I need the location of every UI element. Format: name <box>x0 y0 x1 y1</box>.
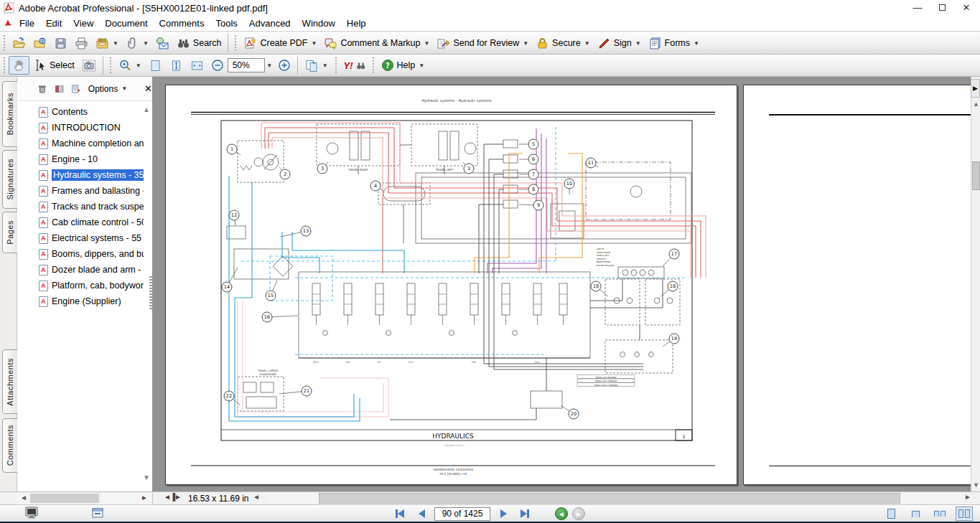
pdf-page-left[interactable]: 12334567891011121314151617181819202122Hy… <box>165 85 737 485</box>
hand-tool-button[interactable] <box>9 56 29 75</box>
fit-width-button[interactable] <box>187 56 207 75</box>
send-review-button[interactable]: Send for Review▼ <box>433 34 532 52</box>
toolbar-grip[interactable] <box>108 57 113 73</box>
zoom-tool-button[interactable]: ▼ <box>115 56 145 75</box>
maximize-button[interactable] <box>930 0 954 14</box>
scroll-left-icon[interactable]: ◄ <box>20 494 27 501</box>
toolbar-grip[interactable] <box>371 57 375 73</box>
minimize-button[interactable]: — <box>905 0 930 14</box>
bookmark-item[interactable]: Machine completion an <box>17 136 144 151</box>
toolbar-grip[interactable] <box>2 57 6 73</box>
bookmarks-close-button[interactable]: ✕ <box>144 83 152 94</box>
toolbar-grip[interactable] <box>334 57 338 73</box>
save-button[interactable] <box>50 34 71 52</box>
vertical-scrollbar[interactable]: ▲ ▼ <box>971 77 980 491</box>
collapse-left-icon[interactable]: ◄ <box>253 493 260 501</box>
secure-button[interactable]: Secure▼ <box>532 34 594 52</box>
menu-view[interactable]: View <box>67 17 99 30</box>
bookmark-item[interactable]: Tracks and track suspe <box>17 199 144 215</box>
close-button[interactable]: ✕ <box>954 0 979 14</box>
snapshot-button[interactable] <box>78 56 100 75</box>
attach-button[interactable]: ▼ <box>122 34 152 52</box>
organizer-button[interactable]: ▼ <box>92 34 122 52</box>
menu-edit[interactable]: Edit <box>40 17 67 30</box>
fit-height-button[interactable] <box>166 56 187 75</box>
bookmarks-scroll-down-icon[interactable]: ▼ <box>143 473 150 481</box>
page-display-button[interactable]: ▼ <box>301 56 332 75</box>
open-button[interactable] <box>9 34 29 52</box>
minimized-window-icon[interactable] <box>90 506 105 519</box>
comment-markup-button[interactable]: Comment & Markup▼ <box>320 34 433 52</box>
tab-signatures[interactable]: Signatures <box>2 150 17 209</box>
menu-window[interactable]: Window <box>297 17 341 30</box>
previous-page-button[interactable] <box>413 506 430 521</box>
reading-mode-monitor-icon[interactable] <box>24 506 39 519</box>
delete-bookmark-trash-icon[interactable] <box>37 83 47 95</box>
menu-help[interactable]: Help <box>341 17 372 30</box>
bookmark-item[interactable]: Engine - 10 <box>17 151 144 167</box>
panel-splitter-handle[interactable] <box>149 276 153 309</box>
single-page-view-button[interactable] <box>882 506 900 521</box>
menu-tools[interactable]: Tools <box>210 17 243 30</box>
facing-view-button[interactable] <box>931 506 948 521</box>
zoom-dropdown-arrow[interactable]: ▼ <box>265 58 274 72</box>
search-button[interactable]: Search <box>173 34 225 52</box>
document-horizontal-scrollbar[interactable] <box>267 493 962 504</box>
tab-comments[interactable]: Comments <box>2 418 17 473</box>
bookmark-item[interactable]: Frames and ballasting - <box>17 183 144 199</box>
tab-pages[interactable]: Pages <box>2 212 17 253</box>
page-number-field[interactable]: 90 of 1425 <box>434 507 490 521</box>
zoom-level-input[interactable]: 50% <box>228 58 265 72</box>
help-button[interactable]: ?Help▼ <box>378 56 429 75</box>
first-page-button[interactable] <box>391 506 409 521</box>
menu-advanced[interactable]: Advanced <box>243 17 297 30</box>
next-view-button[interactable]: ► <box>572 507 585 520</box>
sign-button[interactable]: Sign▼ <box>594 34 645 52</box>
toolbar-grip[interactable] <box>233 35 238 51</box>
menu-document[interactable]: Document <box>99 17 153 30</box>
select-tool-button[interactable]: Select <box>29 56 78 75</box>
document-area[interactable]: 12334567891011121314151617181819202122Hy… <box>154 77 971 491</box>
pdf-page-right[interactable] <box>743 85 971 485</box>
bookmarks-scroll-up-icon[interactable]: ▲ <box>143 105 150 113</box>
print-button[interactable] <box>71 34 92 52</box>
bookmark-item[interactable]: Electrical systems - 55 <box>17 230 144 246</box>
bookmarks-options-button[interactable]: Options▼ <box>88 84 127 94</box>
create-pdf-button[interactable]: Create PDF▼ <box>240 34 320 52</box>
scroll-up-icon[interactable]: ▲ <box>971 98 980 109</box>
scroll-down-icon[interactable]: ▼ <box>971 479 980 490</box>
two-up-view-button[interactable] <box>956 506 973 521</box>
bookmark-item[interactable]: Dozer blade and arm - <box>17 262 144 278</box>
tab-bookmarks[interactable]: Bookmarks <box>2 81 17 147</box>
menu-file[interactable]: File <box>14 17 40 30</box>
zoom-out-button[interactable] <box>207 56 228 75</box>
tab-attachments[interactable]: Attachments <box>2 349 17 414</box>
fit-page-button[interactable] <box>145 56 166 75</box>
new-bookmark-icon[interactable] <box>71 83 81 95</box>
scroll-right-icon[interactable]: ► <box>964 493 971 501</box>
zoom-in-button[interactable] <box>274 56 294 75</box>
previous-view-button[interactable]: ◄ <box>555 507 568 520</box>
bookmarks-horizontal-scrollbar[interactable]: ◄ ► <box>17 493 153 504</box>
bookmark-item[interactable]: Platform, cab, bodywor <box>17 278 144 293</box>
bookmark-item[interactable]: INTRODUCTION <box>17 120 144 136</box>
splitter-icon[interactable]: ◄▐► <box>164 493 181 501</box>
bookmark-item[interactable]: Hydraulic systems - 35 <box>17 167 144 183</box>
vertical-scroll-thumb[interactable] <box>972 161 980 190</box>
next-page-button[interactable] <box>495 506 512 521</box>
continuous-view-button[interactable] <box>907 506 924 521</box>
toolbar-grip[interactable] <box>2 35 6 51</box>
last-page-button[interactable] <box>516 506 533 521</box>
bookmark-item[interactable]: Booms, dippers, and bu <box>17 246 144 262</box>
email-button[interactable] <box>152 34 173 52</box>
document-hscroll-thumb[interactable] <box>319 493 900 504</box>
bookmark-item[interactable]: Engine (Supplier) <box>17 293 144 309</box>
bookmark-item[interactable]: Cab climate control - 50 <box>17 215 144 230</box>
bookmark-item[interactable]: Contents <box>17 104 144 120</box>
yahoo-search-button[interactable]: Y! <box>340 56 369 75</box>
hide-panel-arrow-button[interactable]: ▶ <box>971 79 980 98</box>
forms-button[interactable]: Forms▼ <box>645 34 703 52</box>
bookmarks-hscroll-thumb[interactable] <box>30 494 99 503</box>
expand-bookmark-icon[interactable] <box>55 83 65 95</box>
open-web-button[interactable] <box>29 34 50 52</box>
